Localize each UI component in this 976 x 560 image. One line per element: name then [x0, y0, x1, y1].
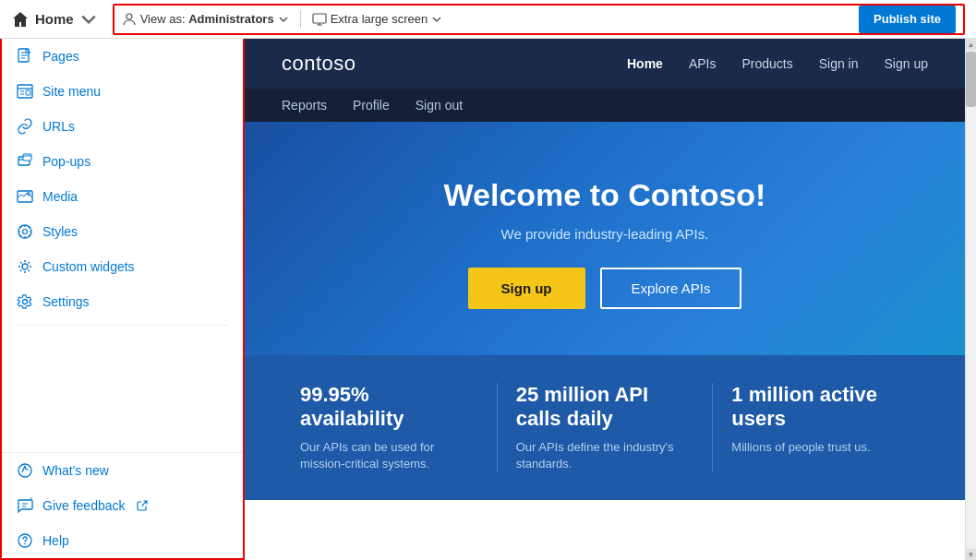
- sidebar-item-label: Styles: [42, 224, 78, 239]
- stat-value: 1 million active users: [731, 383, 910, 432]
- sidebar-item-label: Pop-ups: [42, 154, 90, 169]
- svg-point-12: [23, 300, 28, 304]
- stat-description: Our APIs define the industry's standards…: [516, 439, 694, 472]
- app-title: Home: [35, 11, 74, 27]
- stat-description: Millions of people trust us.: [731, 439, 910, 456]
- stat-description: Our APIs can be used for mission-critica…: [300, 439, 478, 472]
- view-as-control[interactable]: View as: Administrators: [122, 12, 289, 27]
- svg-point-10: [23, 230, 28, 234]
- sidebar-item-pages[interactable]: Pages: [2, 39, 243, 74]
- sidebar-item-site-menu[interactable]: Site menu: [2, 74, 243, 109]
- sidebar-item-label: Settings: [42, 294, 90, 309]
- stat-value: 99.95% availability: [300, 383, 478, 432]
- sidebar-item-custom-widgets[interactable]: Custom widgets: [2, 249, 243, 284]
- sidebar-item-label: Custom widgets: [42, 259, 135, 274]
- stat-item-availability: 99.95% availability Our APIs can be used…: [282, 383, 498, 472]
- stat-item-api-calls: 25 million API calls daily Our APIs defi…: [498, 383, 714, 472]
- toolbar-divider: [300, 10, 301, 29]
- top-bar: Home View as: Administrators Extra large…: [0, 0, 976, 39]
- hero-title: Welcome to Contoso!: [444, 177, 766, 213]
- svg-rect-1: [313, 14, 326, 23]
- popups-icon: [17, 153, 33, 170]
- sidebar-item-pop-ups[interactable]: Pop-ups: [2, 144, 243, 179]
- media-icon: [17, 188, 33, 205]
- whats-new-icon: [17, 462, 33, 479]
- nav-sign-up[interactable]: Sign up: [885, 56, 928, 71]
- stat-value: 25 million API calls daily: [516, 383, 694, 432]
- styles-icon: [17, 223, 33, 240]
- screen-size-control[interactable]: Extra large screen: [312, 12, 443, 27]
- scroll-down-arrow[interactable]: ▼: [966, 549, 976, 560]
- preview-area: contoso Home APIs Products Sign in Sign …: [245, 39, 965, 560]
- settings-icon: [17, 293, 33, 310]
- scroll-thumb[interactable]: [966, 52, 976, 107]
- svg-point-0: [127, 14, 132, 19]
- hero-signup-button[interactable]: Sign up: [468, 268, 585, 309]
- app-logo: Home: [11, 10, 98, 29]
- view-as-label: View as: Administrators: [140, 12, 274, 26]
- view-as-chevron-icon: [278, 14, 289, 25]
- nav-home[interactable]: Home: [627, 56, 663, 71]
- svg-rect-6: [23, 154, 31, 161]
- sidebar-item-whats-new[interactable]: What's new: [2, 453, 243, 488]
- hero-subtitle: We provide industry-leading APIs.: [501, 226, 709, 242]
- screen-chevron-icon: [431, 14, 442, 25]
- sidebar-separator: [17, 325, 228, 326]
- sidebar-item-styles[interactable]: Styles: [2, 214, 243, 249]
- nav-products[interactable]: Products: [741, 56, 792, 71]
- sidebar: Pages Site menu URLs: [0, 39, 245, 560]
- nav-sign-in[interactable]: Sign in: [819, 56, 859, 71]
- scroll-up-arrow[interactable]: ▲: [966, 39, 976, 50]
- site-hero: Welcome to Contoso! We provide industry-…: [245, 122, 965, 355]
- main-layout: Pages Site menu URLs: [0, 39, 976, 560]
- hero-explore-button[interactable]: Explore APIs: [600, 268, 742, 309]
- sidebar-item-settings[interactable]: Settings: [2, 284, 243, 319]
- sidebar-item-label: URLs: [42, 119, 75, 134]
- screen-label: Extra large screen: [331, 12, 428, 26]
- help-icon: [17, 532, 33, 549]
- hero-buttons: Sign up Explore APIs: [468, 268, 742, 309]
- user-icon: [122, 12, 137, 27]
- sidebar-item-label: Give feedback: [42, 498, 126, 513]
- urls-icon: [17, 118, 33, 135]
- sidebar-item-label: What's new: [42, 463, 109, 478]
- svg-point-14: [24, 543, 26, 545]
- give-feedback-icon: [17, 497, 33, 514]
- sidebar-item-label: Media: [42, 189, 78, 204]
- sub-nav-profile[interactable]: Profile: [353, 98, 390, 113]
- sub-nav-reports[interactable]: Reports: [282, 98, 327, 113]
- monitor-icon: [312, 12, 327, 27]
- sidebar-item-urls[interactable]: URLs: [2, 109, 243, 144]
- external-link-icon: [137, 500, 148, 511]
- custom-widgets-icon: [17, 258, 33, 275]
- site-stats: 99.95% availability Our APIs can be used…: [245, 355, 965, 500]
- sidebar-item-give-feedback[interactable]: Give feedback: [2, 488, 243, 523]
- scroll-track: [966, 107, 976, 549]
- sub-nav-sign-out[interactable]: Sign out: [416, 98, 463, 113]
- site-nav-links: Home APIs Products Sign in Sign up: [627, 56, 928, 71]
- chevron-down-icon: [79, 10, 98, 29]
- scrollbar[interactable]: ▲ ▼: [965, 39, 976, 560]
- svg-point-8: [28, 193, 30, 196]
- stat-item-users: 1 million active users Millions of peopl…: [713, 383, 928, 472]
- sidebar-item-label: Help: [42, 533, 69, 548]
- svg-point-11: [22, 264, 28, 269]
- sidebar-item-help[interactable]: Help: [2, 523, 243, 558]
- pages-icon: [17, 48, 33, 65]
- nav-apis[interactable]: APIs: [689, 56, 717, 71]
- site-menu-icon: [17, 83, 33, 100]
- sidebar-bottom: What's new Give feedback: [2, 452, 243, 558]
- toolbar: View as: Administrators Extra large scre…: [113, 4, 965, 35]
- sidebar-item-label: Pages: [42, 49, 79, 64]
- publish-site-button[interactable]: Publish site: [859, 6, 956, 33]
- home-icon: [11, 10, 30, 29]
- sidebar-item-media[interactable]: Media: [2, 179, 243, 214]
- site-brand: contoso: [282, 52, 356, 76]
- site-nav: contoso Home APIs Products Sign in Sign …: [245, 39, 965, 89]
- sidebar-item-label: Site menu: [42, 84, 101, 99]
- svg-rect-4: [26, 90, 30, 95]
- site-nav-sub: Reports Profile Sign out: [245, 89, 965, 122]
